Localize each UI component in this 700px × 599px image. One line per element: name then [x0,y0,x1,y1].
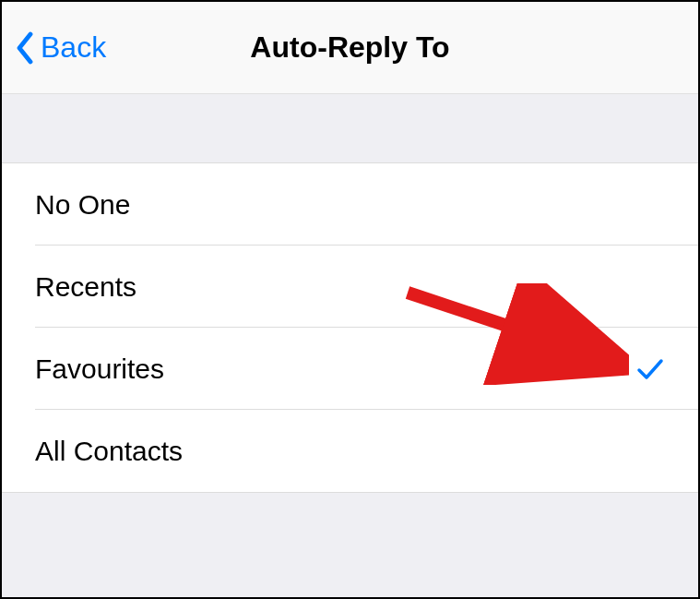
option-recents[interactable]: Recents [2,246,698,328]
options-list: No One Recents Favourites All Contacts [2,162,698,493]
bottom-spacer [2,493,698,597]
back-button[interactable]: Back [2,30,106,65]
option-favourites[interactable]: Favourites [2,328,698,410]
option-label: No One [35,189,130,221]
section-spacer [2,94,698,162]
option-all-contacts[interactable]: All Contacts [2,410,698,492]
back-label: Back [41,30,106,65]
option-label: All Contacts [35,436,183,467]
checkmark-icon [635,356,665,382]
option-label: Favourites [35,353,164,385]
nav-bar: Back Auto-Reply To [2,2,698,94]
option-label: Recents [35,271,136,303]
chevron-left-icon [15,31,35,65]
page-title: Auto-Reply To [250,30,449,65]
option-no-one[interactable]: No One [2,163,698,246]
